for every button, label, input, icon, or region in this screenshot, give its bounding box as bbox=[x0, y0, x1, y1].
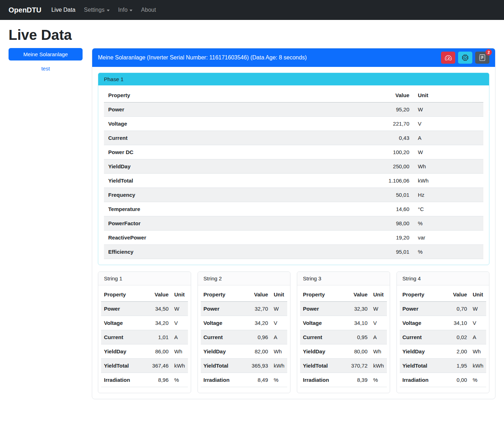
table-row: Power 34,50 W bbox=[101, 302, 188, 316]
limit-settings-button[interactable] bbox=[441, 52, 455, 64]
value-cell: 367,46 bbox=[148, 359, 172, 373]
value-cell: 1,95 bbox=[446, 359, 470, 373]
string-card-2: String 2 Property Value Unit bbox=[198, 272, 291, 393]
inverter-panel: Meine Solaranlage (Inverter Serial Numbe… bbox=[92, 48, 495, 399]
unit-cell: % bbox=[470, 373, 486, 387]
property-cell: Power bbox=[104, 102, 367, 117]
unit-cell: % bbox=[371, 373, 387, 387]
string-table: Property Value Unit Power bbox=[101, 288, 188, 387]
nav-item-info[interactable]: Info bbox=[115, 4, 136, 16]
unit-cell: A bbox=[271, 330, 287, 344]
value-cell: 370,72 bbox=[347, 359, 371, 373]
unit-cell: % bbox=[414, 245, 483, 259]
nav-item-settings[interactable]: Settings bbox=[81, 4, 112, 16]
unit-cell: % bbox=[172, 373, 188, 387]
journal-list-icon bbox=[479, 54, 485, 61]
column-header-value: Value bbox=[247, 288, 271, 302]
chevron-down-icon bbox=[107, 10, 110, 11]
inverter-link-test[interactable]: test bbox=[9, 65, 83, 72]
unit-cell: V bbox=[414, 117, 483, 131]
value-cell: 0,02 bbox=[446, 330, 470, 344]
value-cell: 8,49 bbox=[247, 373, 271, 387]
table-row: Voltage 221,70 V bbox=[104, 117, 483, 131]
table-row: Irradiation 8,96 % bbox=[101, 373, 188, 387]
table-row: Current 0,43 A bbox=[104, 131, 483, 145]
inverter-panel-body: Phase 1 Property Value Unit bbox=[92, 67, 495, 399]
table-row: YieldDay 86,00 Wh bbox=[101, 344, 188, 359]
device-info-button[interactable] bbox=[458, 52, 472, 64]
phase-card: Phase 1 Property Value Unit bbox=[98, 73, 489, 265]
unit-cell: W bbox=[414, 145, 483, 159]
column-header-unit: Unit bbox=[414, 88, 483, 102]
table-row: Current 1,01 A bbox=[101, 330, 188, 344]
property-cell: YieldDay bbox=[300, 344, 347, 359]
value-cell: 14,60 bbox=[367, 202, 414, 216]
property-cell: Voltage bbox=[104, 117, 367, 131]
table-header-row: Property Value Unit bbox=[201, 288, 288, 302]
unit-cell: W bbox=[371, 302, 387, 316]
table-row: Current 0,96 A bbox=[201, 330, 288, 344]
column-header-property: Property bbox=[201, 288, 248, 302]
value-cell: 95,20 bbox=[367, 102, 414, 117]
value-cell: 32,30 bbox=[347, 302, 371, 316]
table-row: YieldTotal 367,46 kWh bbox=[101, 359, 188, 373]
table-row: YieldDay 82,00 Wh bbox=[201, 344, 288, 359]
column-header-value: Value bbox=[367, 88, 414, 102]
table-row: YieldDay 2,00 Wh bbox=[400, 344, 487, 359]
property-cell: Voltage bbox=[201, 316, 248, 330]
property-cell: Current bbox=[300, 330, 347, 344]
table-row: Voltage 34,10 V bbox=[300, 316, 387, 330]
table-row: PowerFactor 98,00 % bbox=[104, 216, 483, 231]
value-cell: 32,70 bbox=[247, 302, 271, 316]
string-card-title: String 3 bbox=[297, 272, 390, 285]
unit-cell: V bbox=[271, 316, 287, 330]
property-cell: Irradiation bbox=[101, 373, 148, 387]
table-row: Power 32,70 W bbox=[201, 302, 288, 316]
value-cell: 0,70 bbox=[446, 302, 470, 316]
page-title: Live Data bbox=[9, 27, 495, 43]
value-cell: 50,01 bbox=[367, 188, 414, 202]
phase-table: Property Value Unit Power bbox=[104, 88, 483, 259]
table-row: Power DC 100,20 W bbox=[104, 145, 483, 159]
value-cell: 34,20 bbox=[247, 316, 271, 330]
property-cell: Irradiation bbox=[201, 373, 248, 387]
property-cell: Current bbox=[201, 330, 248, 344]
property-cell: YieldTotal bbox=[400, 359, 447, 373]
phase-card-title: Phase 1 bbox=[98, 73, 489, 85]
property-cell: Power DC bbox=[104, 145, 367, 159]
property-cell: Voltage bbox=[101, 316, 148, 330]
value-cell: 8,39 bbox=[347, 373, 371, 387]
value-cell: 34,10 bbox=[347, 316, 371, 330]
string-card-title: String 1 bbox=[98, 272, 191, 285]
unit-cell: Wh bbox=[414, 159, 483, 174]
inverter-select-button[interactable]: Meine Solaranlage bbox=[9, 48, 83, 60]
column-header-property: Property bbox=[300, 288, 347, 302]
table-row: Power 32,30 W bbox=[300, 302, 387, 316]
value-cell: 34,50 bbox=[148, 302, 172, 316]
unit-cell: W bbox=[414, 102, 483, 117]
unit-cell: Hz bbox=[414, 188, 483, 202]
string-card-1: String 1 Property Value Unit bbox=[98, 272, 191, 393]
value-cell: 0,95 bbox=[347, 330, 371, 344]
string-card-title: String 4 bbox=[397, 272, 489, 285]
value-cell: 86,00 bbox=[148, 344, 172, 359]
unit-cell: V bbox=[371, 316, 387, 330]
property-cell: PowerFactor bbox=[104, 216, 367, 231]
nav-item-about[interactable]: About bbox=[138, 4, 159, 16]
inverter-sidebar: Meine Solaranlage test bbox=[9, 48, 83, 72]
brand-logo[interactable]: OpenDTU bbox=[9, 6, 41, 14]
unit-cell: var bbox=[414, 231, 483, 245]
inverter-header-actions: 2 bbox=[441, 52, 489, 64]
string-card-title: String 2 bbox=[198, 272, 290, 285]
unit-cell: A bbox=[371, 330, 387, 344]
property-cell: Current bbox=[104, 131, 367, 145]
table-row: Voltage 34,20 V bbox=[201, 316, 288, 330]
event-log-button[interactable]: 2 bbox=[475, 52, 489, 64]
property-cell: Power bbox=[201, 302, 248, 316]
nav-item-live-data[interactable]: Live Data bbox=[48, 4, 78, 16]
table-row: Voltage 34,10 V bbox=[400, 316, 487, 330]
page-content: Live Data Meine Solaranlage test Meine S… bbox=[0, 20, 504, 408]
property-cell: YieldDay bbox=[201, 344, 248, 359]
value-cell: 8,96 bbox=[148, 373, 172, 387]
value-cell: 1,01 bbox=[148, 330, 172, 344]
